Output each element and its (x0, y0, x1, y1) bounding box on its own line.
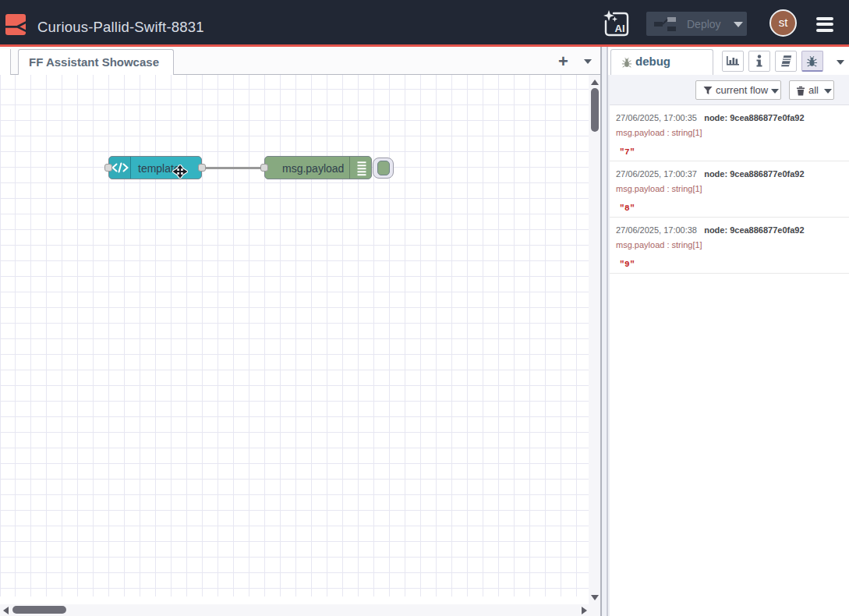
svg-text:AI: AI (615, 23, 625, 34)
